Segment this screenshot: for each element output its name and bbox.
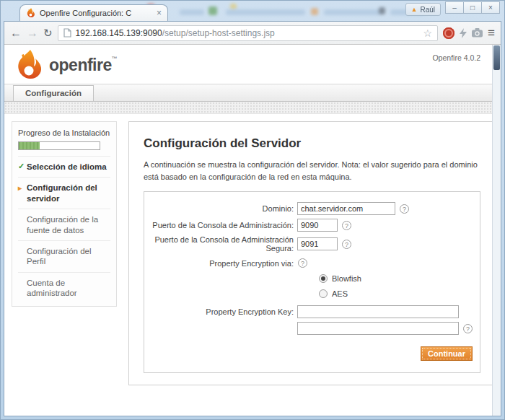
menu-icon[interactable]: ≡ <box>488 26 495 40</box>
browser-toolbar: ← → ↻ 192.168.145.139:9090/setup/setup-h… <box>4 22 501 45</box>
secure-port-row: Puerto de la Consola de Administración S… <box>152 235 473 253</box>
encryption-via-label: Property Encryption via: <box>152 259 297 268</box>
tab-configuracion[interactable]: Configuración <box>13 85 94 101</box>
sidebar-item-label: Configuración del servidor <box>27 183 97 202</box>
sidebar-title: Progreso de la Instalación <box>18 128 110 137</box>
sidebar-item-perfil: Configuración del Perfil <box>18 240 110 272</box>
radio-blowfish-label: Blowfish <box>332 274 361 283</box>
radio-aes[interactable] <box>319 289 328 298</box>
blurred-decoration <box>180 9 204 15</box>
encryption-key-input[interactable] <box>297 305 459 318</box>
site-header: openfire™ Openfire 4.0.2 <box>4 45 492 84</box>
tab-title: Openfire Configuración: C <box>40 9 152 17</box>
trademark: ™ <box>112 56 118 62</box>
help-icon[interactable]: ? <box>400 204 409 214</box>
sidebar-item-fuente-datos: Configuración de la fuente de datos <box>18 209 110 240</box>
aes-option[interactable]: AES <box>319 289 473 298</box>
server-settings-panel: Configuración del Servidor A continuació… <box>128 121 496 385</box>
page-description: A continuación se muestra la configuraci… <box>144 159 480 183</box>
profile-badge[interactable]: ▲ Raúl <box>405 3 442 16</box>
sidebar-item-label: Configuración del Perfil <box>27 247 92 266</box>
openfire-page: openfire™ Openfire 4.0.2 Configuración P… <box>4 45 492 416</box>
secure-port-input[interactable] <box>297 237 338 250</box>
encryption-key-confirm-input[interactable] <box>297 322 459 335</box>
sidebar-item-configuracion-servidor: ▸ Configuración del servidor <box>18 177 110 209</box>
blurred-decoration <box>230 4 237 9</box>
continue-button[interactable]: Continuar <box>421 346 473 361</box>
address-bar[interactable]: 192.168.145.139:9090/setup/setup-host-se… <box>58 25 439 41</box>
blurred-decoration <box>311 8 318 15</box>
sidebar-item-label: Configuración de la fuente de datos <box>27 215 98 234</box>
domain-row: Dominio: ? <box>152 202 473 215</box>
blurred-decoration <box>208 6 217 15</box>
warning-icon: ▲ <box>411 6 418 13</box>
camera-icon[interactable] <box>472 28 483 38</box>
openfire-logo: openfire™ <box>14 49 117 81</box>
admin-port-label: Puerto de la Consola de Administración: <box>152 221 297 229</box>
admin-port-row: Puerto de la Consola de Administración: … <box>152 219 473 232</box>
progress-bar <box>18 141 100 150</box>
sidebar-item-seleccion-idioma: ✓ Selección de idioma <box>18 156 110 177</box>
encryption-via-row: Property Encryption via: ? <box>152 258 473 268</box>
settings-fieldset: Dominio: ? Puerto de la Consola de Admin… <box>144 191 480 373</box>
tab-close-icon[interactable]: × <box>157 9 162 17</box>
forward-button[interactable]: → <box>27 27 38 39</box>
sidebar-item-label: Selección de idioma <box>27 162 107 171</box>
tab-strip: Openfire Configuración: C × ▲ Raúl – □ × <box>1 1 504 21</box>
blowfish-option[interactable]: Blowfish <box>319 274 473 283</box>
help-icon[interactable]: ? <box>342 240 351 249</box>
nav-bar: Configuración <box>4 84 492 102</box>
close-button[interactable]: × <box>481 1 500 14</box>
secure-port-label: Puerto de la Consola de Administración S… <box>152 235 297 253</box>
scrollbar-thumb[interactable] <box>493 45 500 70</box>
lightning-icon[interactable] <box>460 28 467 38</box>
page-icon <box>63 28 71 38</box>
setup-progress-sidebar: Progreso de la Instalación ✓ Selección d… <box>12 121 117 307</box>
url-path: /setup/setup-host-settings.jsp <box>162 28 275 38</box>
browser-chrome-body: ← → ↻ 192.168.145.139:9090/setup/setup-h… <box>4 21 501 416</box>
admin-port-input[interactable] <box>297 219 338 232</box>
check-icon: ✓ <box>18 162 25 172</box>
help-icon[interactable]: ? <box>342 221 351 230</box>
extension-power-icon[interactable] <box>443 27 454 39</box>
browser-tab[interactable]: Openfire Configuración: C × <box>19 4 168 21</box>
blurred-decoration <box>379 7 385 14</box>
encryption-key-label: Property Encryption Key: <box>152 307 297 316</box>
page-title: Configuración del Servidor <box>144 136 480 151</box>
sub-nav-strip <box>4 102 492 114</box>
sidebar-item-label: Cuenta de administrador <box>27 279 77 297</box>
radio-blowfish[interactable] <box>319 274 328 283</box>
minimize-button[interactable]: – <box>445 1 464 14</box>
content-area: Progreso de la Instalación ✓ Selección d… <box>4 114 492 385</box>
browser-window: Openfire Configuración: C × ▲ Raúl – □ ×… <box>0 0 505 420</box>
current-step-arrow-icon: ▸ <box>18 184 22 193</box>
page-viewport: openfire™ Openfire 4.0.2 Configuración P… <box>4 45 501 416</box>
blurred-decoration <box>226 9 305 15</box>
maximize-button[interactable]: □ <box>463 1 482 14</box>
sidebar-item-cuenta-admin: Cuenta de administrador <box>18 272 110 304</box>
continue-row: Continuar <box>152 346 473 361</box>
radio-aes-label: AES <box>332 289 348 298</box>
url-host: 192.168.145.139:9090 <box>76 28 162 38</box>
version-label: Openfire 4.0.2 <box>432 53 480 62</box>
help-icon[interactable]: ? <box>463 324 473 333</box>
flame-icon <box>14 49 43 81</box>
window-controls: – □ × <box>446 1 500 14</box>
encryption-key-row: Property Encryption Key: <box>152 305 473 318</box>
domain-input[interactable] <box>297 202 395 215</box>
openfire-favicon-icon <box>26 8 35 18</box>
blurred-decoration <box>324 9 380 15</box>
domain-label: Dominio: <box>152 204 297 213</box>
vertical-scrollbar[interactable] <box>492 45 501 416</box>
logo-text: openfire™ <box>49 56 117 75</box>
back-button[interactable]: ← <box>10 27 22 39</box>
help-icon[interactable]: ? <box>298 258 307 268</box>
profile-name: Raúl <box>420 6 435 14</box>
encryption-key-confirm-row: ? <box>152 322 473 335</box>
bookmark-star-icon[interactable]: ☆ <box>423 27 433 39</box>
reload-button[interactable]: ↻ <box>43 27 53 40</box>
progress-fill <box>19 142 40 149</box>
url-text: 192.168.145.139:9090/setup/setup-host-se… <box>76 28 419 38</box>
